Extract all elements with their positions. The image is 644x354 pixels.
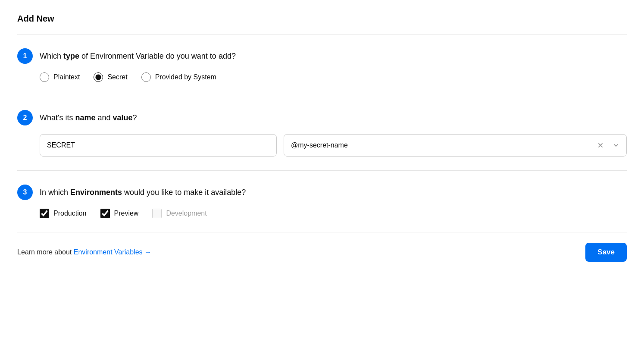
radio-system-input[interactable] — [141, 72, 151, 82]
type-radio-group: Plaintext Secret Provided by System — [17, 72, 627, 82]
checkbox-production-label: Production — [53, 210, 87, 217]
checkbox-production-input[interactable] — [40, 209, 49, 218]
step-1-header: 1 Which type of Environment Variable do … — [17, 48, 627, 64]
env-value-select[interactable]: @my-secret-name — [284, 134, 627, 157]
page-title: Add New — [17, 14, 627, 24]
clear-value-button[interactable] — [595, 140, 606, 150]
checkbox-preview-label: Preview — [114, 210, 139, 217]
radio-secret-input[interactable] — [94, 72, 103, 82]
save-button[interactable]: Save — [585, 243, 627, 262]
step-1-section: 1 Which type of Environment Variable do … — [17, 34, 627, 96]
footer-text: Learn more about Environment Variables → — [17, 248, 151, 256]
environments-checkbox-group: Production Preview Development — [17, 209, 627, 218]
learn-more-text: Learn more about — [17, 248, 74, 256]
checkbox-development-input — [152, 209, 162, 218]
value-select-text: @my-secret-name — [291, 141, 595, 149]
value-select-icons — [595, 140, 621, 150]
dropdown-chevron-button[interactable] — [611, 140, 621, 150]
radio-secret[interactable]: Secret — [94, 72, 127, 82]
radio-secret-label: Secret — [107, 73, 127, 81]
checkbox-preview[interactable]: Preview — [100, 209, 139, 218]
step-3-header: 3 In which Environments would you like t… — [17, 185, 627, 200]
env-name-input[interactable] — [40, 134, 277, 157]
checkbox-development-label: Development — [166, 210, 206, 217]
name-value-row: @my-secret-name — [17, 134, 627, 157]
checkbox-development[interactable]: Development — [152, 209, 206, 218]
step-1-question: Which type of Environment Variable do yo… — [40, 52, 236, 61]
radio-plaintext-label: Plaintext — [53, 73, 80, 81]
checkbox-preview-input[interactable] — [100, 209, 110, 218]
step-2-header: 2 What's its name and value? — [17, 110, 627, 125]
env-variables-link[interactable]: Environment Variables → — [74, 248, 151, 256]
footer: Learn more about Environment Variables →… — [17, 232, 627, 265]
step-1-badge: 1 — [17, 48, 33, 64]
step-3-section: 3 In which Environments would you like t… — [17, 171, 627, 232]
step-2-question: What's its name and value? — [40, 113, 137, 122]
step-3-badge: 3 — [17, 185, 33, 200]
radio-system[interactable]: Provided by System — [141, 72, 216, 82]
radio-plaintext[interactable]: Plaintext — [40, 72, 80, 82]
step-2-badge: 2 — [17, 110, 33, 125]
checkbox-production[interactable]: Production — [40, 209, 87, 218]
step-2-section: 2 What's its name and value? @my-secret-… — [17, 96, 627, 170]
step-3-question: In which Environments would you like to … — [40, 188, 246, 197]
radio-system-label: Provided by System — [155, 73, 216, 81]
radio-plaintext-input[interactable] — [40, 72, 49, 82]
